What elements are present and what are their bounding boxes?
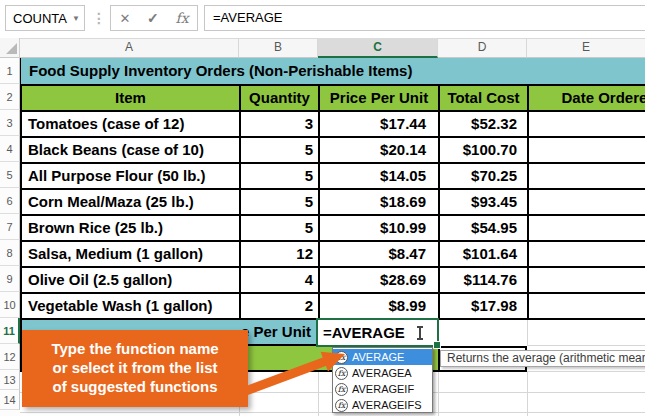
- cell-price-per-unit[interactable]: $17.44: [320, 112, 438, 136]
- cell-quantity[interactable]: 5: [241, 216, 318, 240]
- cell-price-per-unit[interactable]: $28.69: [320, 268, 438, 292]
- cell-item[interactable]: Salsa, Medium (1 gallon): [22, 242, 239, 266]
- name-box-dropdown-icon[interactable]: ▼: [68, 14, 84, 23]
- cell-item[interactable]: All Purpose Flour (50 lb.): [22, 164, 239, 188]
- gridline: [438, 372, 439, 416]
- cell-date-ordered[interactable]: [529, 164, 645, 188]
- cell-total-cost[interactable]: $101.64: [440, 242, 527, 266]
- cell-date-ordered[interactable]: [529, 294, 645, 318]
- cell-price-per-unit[interactable]: $10.99: [320, 216, 438, 240]
- function-tooltip: Returns the average (arithmetic mean): [440, 350, 645, 367]
- autocomplete-item-label: AVERAGE: [352, 351, 404, 363]
- row-header-9[interactable]: 9: [0, 266, 20, 292]
- cell-total-cost[interactable]: $70.25: [440, 164, 527, 188]
- callout-line: of suggested functions: [22, 377, 248, 396]
- autocomplete-item-label: AVERAGEA: [352, 367, 412, 379]
- cell-quantity[interactable]: 5: [241, 164, 318, 188]
- cell-total-cost[interactable]: $93.45: [440, 190, 527, 214]
- row-header-14[interactable]: 14: [0, 390, 20, 410]
- gridline: [527, 372, 528, 416]
- name-box-value: COUNTA: [6, 11, 68, 26]
- cell-date-ordered[interactable]: [529, 138, 645, 162]
- cell-date-ordered[interactable]: [529, 190, 645, 214]
- table-header-cell[interactable]: Date Ordered: [529, 86, 645, 110]
- cell-total-cost[interactable]: $100.70: [440, 138, 527, 162]
- cell-price-per-unit[interactable]: $8.47: [320, 242, 438, 266]
- row-header-10[interactable]: 10: [0, 292, 20, 318]
- gridline: [527, 320, 528, 346]
- autocomplete-item-label: AVERAGEIF: [352, 383, 414, 395]
- fill-handle[interactable]: [433, 341, 441, 349]
- row-header-1[interactable]: 1: [0, 58, 20, 84]
- sheet-title-cell[interactable]: Food Supply Inventory Orders (Non-Perish…: [20, 58, 645, 84]
- table-header-cell[interactable]: Price Per Unit: [320, 86, 438, 110]
- row-header-8[interactable]: 8: [0, 240, 20, 266]
- row-header-3[interactable]: 3: [0, 110, 20, 136]
- cell-item[interactable]: Olive Oil (2.5 gallon): [22, 268, 239, 292]
- table-header-cell[interactable]: Total Cost: [440, 86, 527, 110]
- cell-quantity[interactable]: 2: [241, 294, 318, 318]
- column-header-d[interactable]: D: [438, 38, 527, 58]
- cell-item[interactable]: Brown Rice (25 lb.): [22, 216, 239, 240]
- cell-quantity[interactable]: 5: [241, 138, 318, 162]
- spreadsheet-app: COUNTA ▼ ⋮ ✕ ✓ fx =AVERAGE A B C D E 123…: [0, 0, 645, 416]
- row-header-2[interactable]: 2: [0, 84, 20, 110]
- cell-item[interactable]: Vegetable Wash (1 gallon): [22, 294, 239, 318]
- row-header-7[interactable]: 7: [0, 214, 20, 240]
- text-cursor-ibeam-icon: [416, 326, 424, 340]
- callout-line: Type the function name: [22, 339, 248, 358]
- cell-total-cost[interactable]: $114.76: [440, 268, 527, 292]
- row-header-6[interactable]: 6: [0, 188, 20, 214]
- formula-toolbar: COUNTA ▼ ⋮ ✕ ✓ fx =AVERAGE: [0, 0, 645, 38]
- table-header-cell[interactable]: Item: [22, 86, 239, 110]
- gridline: [527, 371, 645, 372]
- table-header-cell[interactable]: Quantity: [241, 86, 318, 110]
- column-header-a[interactable]: A: [20, 38, 239, 58]
- row-header-13[interactable]: 13: [0, 370, 20, 390]
- gridline: [527, 345, 645, 346]
- callout-line: or select it from the list: [22, 358, 248, 377]
- select-all-button[interactable]: [0, 38, 20, 58]
- cell-price-per-unit[interactable]: $20.14: [320, 138, 438, 162]
- cell-quantity[interactable]: 4: [241, 268, 318, 292]
- row-header-4[interactable]: 4: [0, 136, 20, 162]
- row-header-column: 1234567891011121314: [0, 58, 20, 416]
- cell-price-per-unit[interactable]: $8.99: [320, 294, 438, 318]
- cell-price-per-unit[interactable]: $18.69: [320, 190, 438, 214]
- row-header-5[interactable]: 5: [0, 162, 20, 188]
- formula-buttons: ✕ ✓ fx: [110, 5, 198, 31]
- cell-total-cost[interactable]: $17.98: [440, 294, 527, 318]
- row-header-11[interactable]: 11: [0, 318, 20, 344]
- row-header-12[interactable]: 12: [0, 344, 20, 370]
- cell-quantity[interactable]: 3: [241, 112, 318, 136]
- select-all-triangle-icon: [6, 43, 17, 54]
- cell-item[interactable]: Tomatoes (case of 12): [22, 112, 239, 136]
- column-header-c-selected[interactable]: C: [318, 38, 438, 58]
- cell-quantity[interactable]: 12: [241, 242, 318, 266]
- column-header-e[interactable]: E: [527, 38, 645, 58]
- inventory-table: ItemQuantityPrice Per UnitTotal CostDate…: [20, 84, 645, 320]
- callout-arrow-icon: [225, 340, 355, 406]
- enter-icon[interactable]: ✓: [147, 10, 159, 26]
- cell-item[interactable]: Corn Meal/Maza (25 lb.): [22, 190, 239, 214]
- cell-date-ordered[interactable]: [529, 216, 645, 240]
- instruction-callout: Type the function name or select it from…: [22, 330, 248, 407]
- name-box[interactable]: COUNTA ▼: [5, 5, 85, 31]
- cell-total-cost[interactable]: $54.95: [440, 216, 527, 240]
- cell-date-ordered[interactable]: [529, 268, 645, 292]
- cell-date-ordered[interactable]: [529, 242, 645, 266]
- cell-quantity[interactable]: 5: [241, 190, 318, 214]
- cell-item[interactable]: Black Beans (case of 10): [22, 138, 239, 162]
- active-cell-formula: =AVERAGE: [323, 324, 405, 341]
- cell-date-ordered[interactable]: [529, 112, 645, 136]
- autocomplete-item-label: AVERAGEIFS: [352, 399, 421, 411]
- insert-function-icon[interactable]: fx: [176, 10, 189, 26]
- column-header-b[interactable]: B: [239, 38, 318, 58]
- cell-total-cost[interactable]: $52.32: [440, 112, 527, 136]
- cancel-icon[interactable]: ✕: [119, 11, 130, 26]
- cell-price-per-unit[interactable]: $14.05: [320, 164, 438, 188]
- formula-bar-input[interactable]: =AVERAGE: [204, 5, 645, 31]
- toolbar-separator-icon: ⋮: [92, 5, 104, 31]
